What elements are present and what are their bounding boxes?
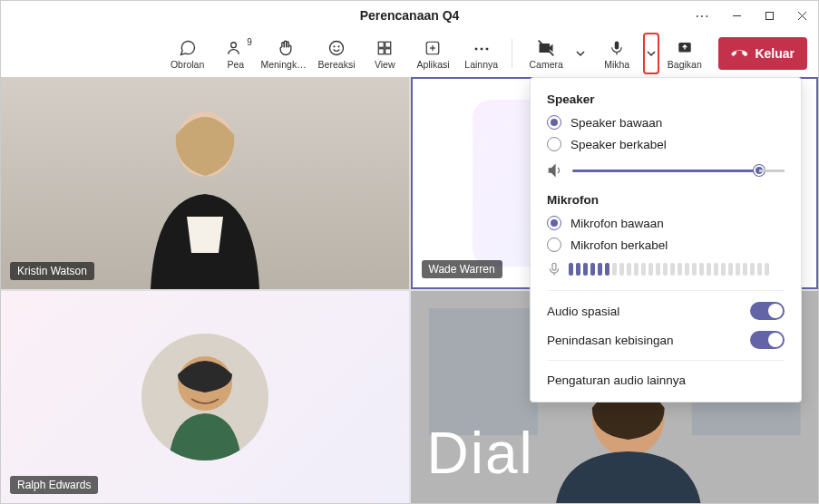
svg-rect-9 xyxy=(385,42,391,47)
mic-bar xyxy=(598,263,602,276)
noise-suppression-label: Penindasan kebisingan xyxy=(547,334,674,347)
volume-icon xyxy=(547,162,563,179)
mic-bar xyxy=(743,263,747,276)
mic-bar xyxy=(569,263,573,276)
svg-rect-10 xyxy=(379,48,385,53)
mic-bar xyxy=(605,263,609,276)
svg-point-5 xyxy=(330,41,344,54)
grid-icon xyxy=(376,38,393,58)
speaker-option-wired[interactable]: Speaker berkabel xyxy=(547,137,785,151)
window-minimize-button[interactable] xyxy=(720,1,753,30)
radio-icon xyxy=(547,137,561,151)
plus-square-icon xyxy=(424,38,441,58)
participant-avatar xyxy=(141,334,268,460)
mic-bar xyxy=(663,263,668,276)
mic-option-default[interactable]: Mikrofon bawaan xyxy=(547,216,785,230)
window-more-icon[interactable]: ⋯ xyxy=(689,1,715,30)
svg-rect-11 xyxy=(385,48,391,53)
panel-divider xyxy=(547,360,785,361)
svg-rect-1 xyxy=(765,12,773,19)
mic-bar xyxy=(576,263,580,276)
apps-button[interactable]: Aplikasi xyxy=(410,33,456,74)
volume-thumb[interactable] xyxy=(754,165,765,176)
svg-rect-25 xyxy=(552,263,556,270)
svg-rect-22 xyxy=(428,308,537,435)
radio-icon xyxy=(547,237,561,252)
svg-point-4 xyxy=(230,42,236,47)
share-screen-icon xyxy=(677,38,693,58)
mic-button[interactable]: Mikha xyxy=(590,33,643,74)
radio-icon xyxy=(547,115,561,130)
participant-name-tag: Kristin Watson xyxy=(10,262,94,280)
people-icon: 9 xyxy=(227,38,245,58)
mic-bar xyxy=(619,263,624,276)
mic-bar xyxy=(612,263,617,276)
leave-button[interactable]: Keluar xyxy=(718,37,807,70)
more-button[interactable]: ⋯ Lainnya xyxy=(458,33,504,74)
participant-tile[interactable]: Ralph Edwards xyxy=(1,291,409,503)
svg-point-6 xyxy=(334,45,335,46)
participant-tile[interactable]: Kristin Watson xyxy=(1,77,409,289)
raise-hand-button[interactable]: Meningkatkan xyxy=(260,33,311,74)
view-button[interactable]: View xyxy=(362,33,408,74)
camera-options-chevron[interactable] xyxy=(572,33,589,74)
camera-button[interactable]: Camera xyxy=(520,33,572,74)
mic-bar xyxy=(670,263,675,276)
mic-bar xyxy=(656,263,660,276)
mic-bar xyxy=(728,263,733,276)
speaker-heading: Speaker xyxy=(547,92,785,106)
panel-divider xyxy=(547,290,785,291)
mic-bar xyxy=(757,263,762,276)
radio-icon xyxy=(547,216,561,230)
mic-bar xyxy=(765,263,769,276)
emoji-icon xyxy=(327,38,346,58)
react-button[interactable]: Bereaksi xyxy=(313,33,359,74)
mic-level-icon xyxy=(547,261,561,277)
hand-icon xyxy=(277,38,295,58)
participant-name-tag: Ralph Edwards xyxy=(10,476,98,494)
svg-rect-8 xyxy=(379,42,385,47)
svg-rect-16 xyxy=(615,41,619,49)
dial-overlay-text: Dial xyxy=(427,420,534,487)
title-bar: Perencanaan Q4 ⋯ xyxy=(1,1,818,30)
toolbar-separator xyxy=(512,39,512,68)
meeting-toolbar: Obrolan 9 Pea Meningkatkan Bereaksi View… xyxy=(1,30,818,77)
chat-button[interactable]: Obrolan xyxy=(164,33,210,74)
mic-bar xyxy=(648,263,653,276)
volume-slider[interactable] xyxy=(572,170,785,172)
mic-bar xyxy=(583,263,588,276)
mic-bar xyxy=(685,263,689,276)
chat-icon xyxy=(179,38,197,58)
mic-level-meter xyxy=(569,263,769,276)
mic-option-wired[interactable]: Mikrofon berkabel xyxy=(547,237,785,252)
participant-name-tag: Wade Warren xyxy=(422,260,502,278)
hangup-icon xyxy=(731,45,747,62)
noise-suppression-toggle[interactable] xyxy=(750,331,785,349)
mic-bar xyxy=(736,263,740,276)
audio-settings-panel: Speaker Speaker bawaan Speaker berkabel … xyxy=(530,77,802,402)
mic-bar xyxy=(699,263,704,276)
mic-bar xyxy=(678,263,682,276)
mic-bar xyxy=(590,263,595,276)
mic-icon xyxy=(609,38,625,58)
ellipsis-icon: ⋯ xyxy=(473,38,490,58)
mic-bar xyxy=(627,263,631,276)
speaker-option-default[interactable]: Speaker bawaan xyxy=(547,115,785,130)
mic-bar xyxy=(721,263,726,276)
share-button[interactable]: Bagikan xyxy=(661,33,707,74)
mic-heading: Mikrofon xyxy=(547,193,785,207)
mic-bar xyxy=(634,263,639,276)
mic-bar xyxy=(750,263,755,276)
window-close-button[interactable] xyxy=(785,1,818,30)
people-button[interactable]: 9 Pea xyxy=(212,33,258,74)
mic-bar xyxy=(707,263,711,276)
spatial-audio-label: Audio spasial xyxy=(547,305,619,318)
participant-figure xyxy=(123,90,287,289)
svg-point-7 xyxy=(338,45,339,46)
spatial-audio-toggle[interactable] xyxy=(750,302,785,320)
window-maximize-button[interactable] xyxy=(753,1,785,30)
mic-bar xyxy=(714,263,718,276)
mic-options-chevron[interactable] xyxy=(643,33,659,74)
more-audio-settings-link[interactable]: Pengaturan audio lainnya xyxy=(547,373,785,387)
mic-bar xyxy=(692,263,697,276)
